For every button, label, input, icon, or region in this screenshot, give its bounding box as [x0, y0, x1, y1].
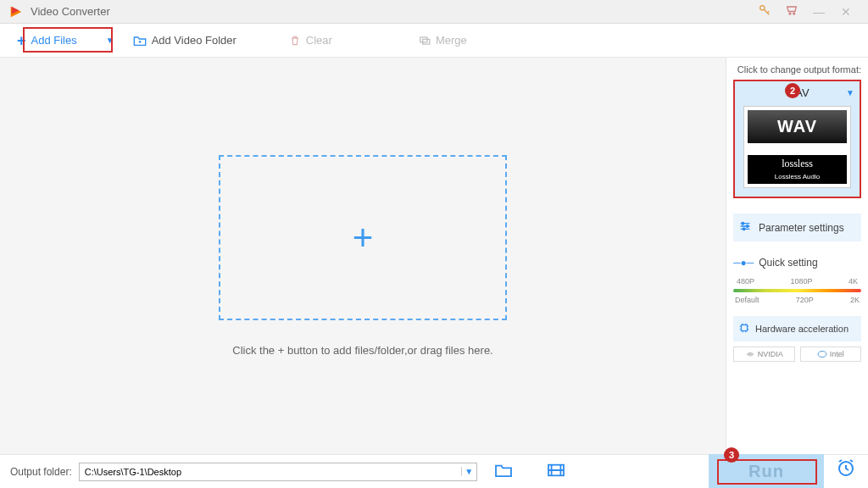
cart-icon[interactable]	[778, 3, 805, 19]
quick-label: Quick setting	[759, 257, 817, 269]
add-files-label: Add Files	[31, 34, 77, 47]
svg-point-2	[793, 13, 795, 14]
svg-point-5	[742, 222, 744, 225]
chip-icon	[738, 322, 750, 336]
svg-point-6	[746, 225, 748, 228]
annotation-callout-3: 3	[724, 447, 739, 463]
workspace: + Click the + button to add files/folder…	[0, 58, 726, 454]
main-area: + Click the + button to add files/folder…	[0, 58, 868, 454]
toolbar: + Add Files ▼ Add Video Folder Clear Mer…	[0, 24, 868, 58]
format-thumbnail[interactable]: WAV lossless Lossless Audio	[743, 106, 851, 188]
output-path-dropdown[interactable]: ▼	[461, 467, 476, 476]
output-folder-label: Output folder:	[10, 466, 72, 478]
parameter-settings-button[interactable]: Parameter settings	[733, 214, 861, 241]
add-folder-button[interactable]: Add Video Folder	[120, 29, 250, 52]
vendor-row: NVIDIA Intel	[733, 347, 861, 362]
side-panel: Click to change output format: WAV ▼ WAV…	[726, 58, 868, 454]
svg-rect-8	[742, 325, 748, 331]
minimize-button[interactable]: —	[805, 5, 832, 19]
svg-rect-3	[420, 36, 427, 42]
svg-point-0	[760, 6, 765, 10]
param-label: Parameter settings	[759, 222, 844, 234]
svg-point-1	[789, 13, 791, 14]
app-title: Video Converter	[31, 5, 751, 18]
key-icon[interactable]	[751, 3, 778, 19]
output-format-box: WAV ▼ WAV lossless Lossless Audio	[733, 80, 861, 198]
svg-point-7	[743, 228, 745, 230]
hardware-accel-button[interactable]: Hardware acceleration	[733, 316, 861, 341]
quick-dot-icon: ─●─	[733, 257, 754, 269]
quality-slider[interactable]	[733, 289, 861, 292]
vendor-nvidia[interactable]: NVIDIA	[733, 347, 795, 362]
clear-label: Clear	[306, 34, 332, 47]
dropzone-hint: Click the + button to add files/folder,o…	[232, 344, 492, 357]
plus-icon: +	[17, 33, 26, 48]
folder-plus-icon	[133, 35, 147, 47]
alarm-icon[interactable]	[836, 458, 856, 481]
res-labels-top: 480P 1080P 4K	[737, 277, 858, 286]
merge-label: Merge	[436, 34, 467, 47]
format-thumb-title: WAV	[748, 110, 847, 143]
output-path-field: ▼	[79, 463, 477, 481]
quick-setting-title-row: ─●─ Quick setting	[733, 257, 861, 269]
clear-button[interactable]: Clear	[275, 29, 346, 52]
svg-point-9	[818, 352, 826, 358]
quick-setting: ─●─ Quick setting 480P 1080P 4K Default …	[733, 257, 861, 304]
svg-rect-4	[423, 39, 430, 44]
output-path-input[interactable]	[80, 467, 461, 477]
run-label: Run	[748, 462, 784, 481]
vendor-intel[interactable]: Intel	[800, 347, 862, 362]
annotation-callout-2: 2	[785, 83, 800, 98]
app-logo-icon	[8, 4, 24, 19]
close-button[interactable]: ✕	[832, 5, 860, 19]
format-thumb-sub: Lossless Audio	[748, 173, 847, 184]
output-format-hint: Click to change output format:	[733, 64, 861, 75]
media-folder-icon[interactable]	[547, 463, 565, 481]
titlebar: Video Converter — ✕	[0, 0, 868, 24]
nvidia-icon	[745, 350, 755, 358]
trash-icon	[289, 35, 301, 47]
hwaccel-label: Hardware acceleration	[755, 324, 849, 334]
dropzone-plus-icon: +	[353, 218, 374, 258]
open-folder-icon[interactable]	[494, 463, 513, 481]
format-thumb-brand: lossless	[748, 155, 847, 173]
merge-button[interactable]: Merge	[405, 29, 481, 52]
add-folder-label: Add Video Folder	[152, 34, 236, 47]
add-files-button[interactable]: + Add Files	[3, 28, 91, 53]
intel-icon	[817, 350, 827, 358]
merge-icon	[419, 35, 431, 47]
dropzone[interactable]: +	[219, 155, 507, 320]
add-files-chevron-icon[interactable]: ▼	[106, 36, 114, 45]
sliders-icon	[738, 220, 752, 235]
res-labels-bottom: Default 720P 2K	[735, 296, 860, 304]
chevron-down-icon: ▼	[846, 88, 854, 97]
